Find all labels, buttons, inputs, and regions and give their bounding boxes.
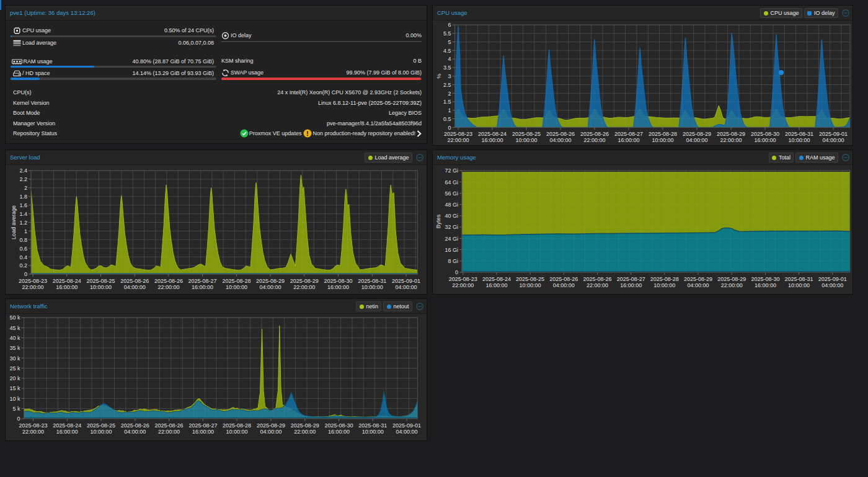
svg-text:2: 2 — [448, 91, 451, 97]
svg-text:1: 1 — [24, 228, 27, 234]
svg-text:6: 6 — [448, 22, 451, 28]
svg-text:22:00:00: 22:00:00 — [158, 429, 180, 435]
svg-text:04:00:00: 04:00:00 — [260, 284, 281, 290]
svg-text:2025-08-31: 2025-08-31 — [358, 278, 386, 284]
svg-text:1.6: 1.6 — [19, 202, 27, 208]
svg-text:10:00:00: 10:00:00 — [653, 282, 675, 288]
svg-text:04:00:00: 04:00:00 — [124, 429, 146, 435]
svg-text:2025-08-28: 2025-08-28 — [649, 131, 677, 137]
svg-text:22:00:00: 22:00:00 — [293, 284, 315, 290]
svg-text:2.5: 2.5 — [443, 82, 451, 88]
svg-text:1.5: 1.5 — [443, 99, 451, 105]
svg-text:2025-08-27: 2025-08-27 — [617, 276, 645, 282]
svg-text:0.6: 0.6 — [19, 246, 27, 252]
svg-text:04:00:00: 04:00:00 — [124, 284, 146, 290]
svg-text:22:00:00: 22:00:00 — [157, 284, 179, 290]
svg-text:16:00:00: 16:00:00 — [485, 282, 507, 288]
svg-text:64 Gi: 64 Gi — [445, 179, 458, 185]
svg-text:04:00:00: 04:00:00 — [686, 137, 707, 143]
svg-text:2025-08-30: 2025-08-30 — [751, 276, 779, 282]
svg-text:22:00:00: 22:00:00 — [720, 137, 742, 143]
svg-text:0.8: 0.8 — [19, 237, 27, 243]
svg-text:Load average: Load average — [11, 205, 17, 239]
svg-text:24 Gi: 24 Gi — [445, 236, 458, 242]
svg-text:2025-08-25: 2025-08-25 — [516, 276, 544, 282]
svg-text:04:00:00: 04:00:00 — [822, 282, 843, 288]
svg-text:16:00:00: 16:00:00 — [620, 282, 642, 288]
svg-text:22:00:00: 22:00:00 — [587, 282, 608, 288]
svg-text:2025-08-30: 2025-08-30 — [324, 278, 352, 284]
svg-text:2.2: 2.2 — [19, 176, 27, 182]
svg-text:0.2: 0.2 — [19, 262, 27, 269]
svg-text:16:00:00: 16:00:00 — [56, 284, 78, 290]
svg-text:10:00:00: 10:00:00 — [90, 429, 112, 435]
svg-text:2025-08-25: 2025-08-25 — [512, 131, 541, 137]
svg-text:0: 0 — [455, 269, 458, 275]
svg-text:22:00:00: 22:00:00 — [22, 429, 44, 435]
svg-text:2025-08-27: 2025-08-27 — [614, 131, 643, 137]
svg-text:22:00:00: 22:00:00 — [294, 429, 316, 435]
svg-text:2025-08-29: 2025-08-29 — [717, 131, 745, 137]
svg-text:48 Gi: 48 Gi — [445, 202, 458, 208]
svg-text:25 k: 25 k — [9, 365, 20, 372]
svg-text:04:00:00: 04:00:00 — [260, 429, 281, 435]
svg-text:50 k: 50 k — [9, 314, 20, 321]
svg-text:1: 1 — [448, 107, 451, 114]
svg-text:04:00:00: 04:00:00 — [396, 429, 417, 435]
svg-text:04:00:00: 04:00:00 — [687, 282, 709, 288]
svg-text:2025-08-26: 2025-08-26 — [546, 131, 575, 137]
svg-text:2025-08-31: 2025-08-31 — [784, 276, 813, 282]
svg-text:1.2: 1.2 — [19, 220, 27, 226]
svg-text:2025-08-27: 2025-08-27 — [188, 422, 217, 429]
svg-text:15 k: 15 k — [9, 385, 20, 391]
svg-text:10:00:00: 10:00:00 — [226, 429, 248, 435]
svg-text:0: 0 — [17, 416, 20, 422]
svg-text:10:00:00: 10:00:00 — [788, 282, 810, 288]
svg-text:0.5: 0.5 — [443, 116, 451, 122]
svg-text:22:00:00: 22:00:00 — [22, 284, 43, 290]
svg-text:22:00:00: 22:00:00 — [583, 137, 605, 143]
svg-text:2025-08-30: 2025-08-30 — [751, 131, 779, 137]
svg-text:10:00:00: 10:00:00 — [515, 137, 537, 143]
svg-text:22:00:00: 22:00:00 — [452, 282, 474, 288]
svg-text:10:00:00: 10:00:00 — [362, 429, 384, 435]
svg-text:3.5: 3.5 — [443, 65, 451, 71]
svg-text:4: 4 — [448, 56, 451, 62]
svg-text:%: % — [436, 74, 442, 79]
svg-text:2025-08-26: 2025-08-26 — [580, 131, 609, 137]
svg-text:0: 0 — [448, 125, 451, 131]
svg-text:5.5: 5.5 — [443, 30, 451, 37]
svg-text:16 Gi: 16 Gi — [445, 247, 458, 253]
svg-text:2025-08-30: 2025-08-30 — [324, 422, 353, 429]
svg-text:40 Gi: 40 Gi — [445, 213, 458, 219]
svg-text:2025-09-01: 2025-09-01 — [392, 278, 420, 284]
svg-text:04:00:00: 04:00:00 — [553, 282, 575, 288]
svg-text:10:00:00: 10:00:00 — [90, 284, 112, 290]
svg-text:10:00:00: 10:00:00 — [788, 137, 810, 143]
svg-text:16:00:00: 16:00:00 — [481, 137, 503, 143]
svg-text:20 k: 20 k — [9, 375, 20, 381]
svg-text:4.5: 4.5 — [443, 48, 451, 54]
svg-text:40 k: 40 k — [9, 335, 20, 341]
svg-text:2025-09-01: 2025-09-01 — [819, 131, 848, 137]
svg-text:3: 3 — [448, 73, 451, 79]
svg-text:2025-08-25: 2025-08-25 — [86, 278, 115, 284]
svg-text:8 Gi: 8 Gi — [448, 258, 458, 264]
svg-text:2025-08-27: 2025-08-27 — [188, 278, 217, 284]
svg-text:04:00:00: 04:00:00 — [549, 137, 571, 143]
svg-text:2025-08-28: 2025-08-28 — [223, 422, 251, 429]
svg-text:2025-08-26: 2025-08-26 — [120, 278, 149, 284]
svg-text:1.4: 1.4 — [19, 211, 27, 217]
svg-text:5: 5 — [448, 39, 451, 45]
svg-text:2.4: 2.4 — [19, 167, 27, 174]
svg-text:10:00:00: 10:00:00 — [520, 282, 541, 288]
svg-text:2025-08-29: 2025-08-29 — [291, 422, 319, 429]
svg-text:16:00:00: 16:00:00 — [755, 282, 776, 288]
svg-text:2025-08-24: 2025-08-24 — [482, 276, 511, 282]
svg-text:56 Gi: 56 Gi — [445, 190, 458, 197]
svg-text:2025-08-26: 2025-08-26 — [549, 276, 578, 282]
svg-text:2025-08-31: 2025-08-31 — [358, 422, 387, 429]
svg-text:2: 2 — [24, 185, 27, 191]
svg-text:16:00:00: 16:00:00 — [754, 137, 776, 143]
svg-text:1.8: 1.8 — [19, 194, 27, 200]
